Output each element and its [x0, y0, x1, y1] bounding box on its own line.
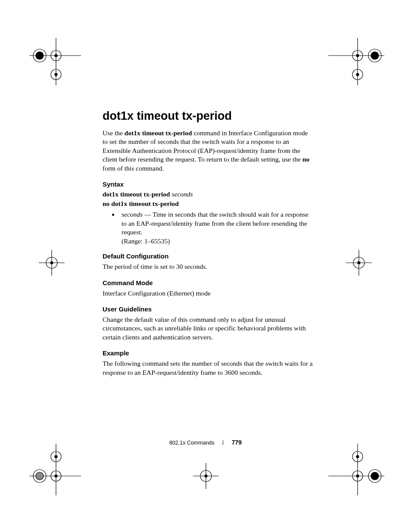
- section-syntax: Syntax: [103, 180, 314, 188]
- crop-mark-icon: [328, 38, 384, 85]
- text: form of this command.: [103, 165, 164, 172]
- svg-point-22: [353, 257, 364, 268]
- svg-point-13: [371, 52, 379, 59]
- syntax-line: dot1x timeout tx-period seconds: [103, 190, 314, 198]
- command-title: dot1x timeout tx-period: [103, 109, 314, 123]
- command-name: dot1x timeout tx-period: [125, 129, 192, 137]
- svg-point-19: [50, 261, 53, 264]
- section-mode: Command Mode: [103, 279, 314, 286]
- svg-point-26: [200, 470, 212, 482]
- svg-point-11: [356, 54, 359, 57]
- svg-point-10: [352, 50, 363, 61]
- svg-point-23: [358, 261, 360, 264]
- crop-mark-icon: [29, 444, 81, 495]
- param-name: seconds: [121, 211, 143, 218]
- svg-point-33: [55, 475, 57, 477]
- svg-point-12: [368, 49, 381, 62]
- section-guidelines: User Guidelines: [103, 305, 314, 313]
- section-example: Example: [103, 349, 314, 357]
- crop-mark-icon: [193, 463, 219, 489]
- crop-mark-icon: [39, 250, 65, 276]
- svg-point-32: [51, 471, 61, 481]
- svg-point-31: [55, 455, 57, 458]
- svg-point-1: [36, 52, 44, 59]
- crop-mark-icon: [29, 38, 81, 85]
- footer-chapter: 802.1x Commands: [169, 440, 215, 446]
- svg-point-38: [352, 451, 363, 462]
- guidelines-text: Change the default value of this command…: [103, 315, 314, 342]
- svg-point-42: [368, 470, 381, 482]
- example-text: The following command sets the number of…: [103, 359, 314, 377]
- param-desc: — Time in seconds that the switch should…: [121, 211, 308, 236]
- svg-point-35: [36, 472, 44, 480]
- svg-point-5: [55, 54, 57, 57]
- footer-page-number: 779: [232, 439, 242, 446]
- svg-point-39: [356, 455, 359, 458]
- svg-point-30: [51, 451, 61, 462]
- footer-separator: [223, 440, 223, 445]
- svg-point-41: [356, 475, 359, 477]
- svg-point-4: [51, 50, 61, 61]
- svg-point-0: [33, 49, 46, 62]
- syntax-command: dot1x timeout tx-period: [103, 190, 170, 198]
- section-default: Default Configuration: [103, 252, 314, 260]
- param-range: (Range: 1–65535): [121, 237, 170, 245]
- syntax-argument: seconds: [172, 190, 193, 198]
- crop-mark-icon: [328, 444, 384, 495]
- no-keyword: no: [302, 156, 309, 163]
- syntax-no-form: no dot1x timeout tx-period: [103, 200, 314, 208]
- svg-point-6: [51, 69, 61, 80]
- page-content: dot1x timeout tx-period Use the dot1x ti…: [103, 109, 314, 385]
- svg-point-15: [356, 73, 359, 76]
- intro-paragraph: Use the dot1x timeout tx-period command …: [103, 129, 314, 173]
- mode-text: Interface Configuration (Ethernet) mode: [103, 289, 314, 298]
- list-item: seconds — Time in seconds that the switc…: [119, 210, 314, 246]
- svg-point-18: [46, 257, 57, 268]
- svg-point-34: [33, 470, 46, 482]
- syntax-params-list: seconds — Time in seconds that the switc…: [103, 210, 314, 246]
- crop-mark-icon: [346, 250, 372, 276]
- svg-point-14: [352, 69, 363, 80]
- page-footer: 802.1x Commands 779: [0, 439, 411, 446]
- svg-point-27: [205, 475, 207, 477]
- svg-point-7: [55, 73, 57, 76]
- svg-point-43: [371, 472, 379, 480]
- svg-point-40: [352, 471, 363, 481]
- default-text: The period of time is set to 30 seconds.: [103, 262, 314, 271]
- text: Use the: [103, 129, 125, 137]
